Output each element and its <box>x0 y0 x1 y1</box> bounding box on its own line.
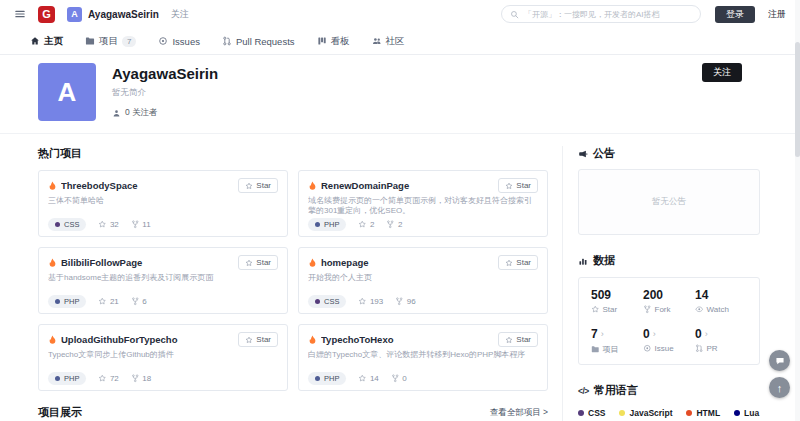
star-count[interactable]: 21 <box>98 297 118 306</box>
tab-community[interactable]: 社区 <box>372 35 405 48</box>
gitee-logo[interactable]: G <box>38 6 55 23</box>
fork-count[interactable]: 18 <box>131 374 151 383</box>
search-input[interactable] <box>524 10 692 19</box>
fork-count[interactable]: 96 <box>395 297 415 306</box>
fork-count[interactable]: 11 <box>131 220 151 229</box>
header-username[interactable]: AyagawaSeirin <box>88 9 159 20</box>
star-button[interactable]: Star <box>238 178 278 193</box>
star-button-label: Star <box>516 181 531 190</box>
gitee-profile-page: G A AyagawaSeirin 关注 登录 注册 主页 项目 7 Issue… <box>0 0 800 421</box>
followers-row[interactable]: 0 关注者 <box>112 107 218 119</box>
fork-icon <box>131 374 140 383</box>
project-name[interactable]: ThreebodySpace <box>61 180 234 191</box>
star-icon <box>98 220 107 229</box>
project-card[interactable]: UploadGithubForTypecho Star Typecho文章同步上… <box>38 324 288 391</box>
hamburger-menu-icon[interactable] <box>14 8 26 20</box>
stat-label: Issue <box>655 344 674 353</box>
followers-count: 0 关注者 <box>125 107 158 119</box>
project-card[interactable]: ThreebodySpace Star 三体不简单哈哈 CSS <box>38 170 288 237</box>
tab-issues[interactable]: Issues <box>158 36 199 47</box>
language-name: CSS <box>588 408 605 418</box>
fork-count[interactable]: 2 <box>386 220 402 229</box>
language-name: CSS <box>324 297 339 306</box>
chat-icon <box>775 356 785 366</box>
project-card[interactable]: RenewDomainPage Star 域名续费提示页的一个简单页面示例，对访… <box>298 170 548 237</box>
project-description: 域名续费提示页的一个简单页面示例，对访客友好且符合搜索引擎的301重定向，优化S… <box>308 196 538 216</box>
star-count[interactable]: 2 <box>358 220 374 229</box>
fork-count[interactable]: 6 <box>131 297 147 306</box>
stat-pr[interactable]: 0 › PR <box>695 327 747 355</box>
language-item[interactable]: HTML <box>686 408 720 418</box>
login-button[interactable]: 登录 <box>715 6 755 23</box>
stat-label: 项目 <box>603 344 619 355</box>
profile-nav: 主页 项目 7 Issues Pull Requests 看板 社区 <box>0 28 800 55</box>
stat-watch[interactable]: 14 Watch <box>695 288 747 314</box>
project-name[interactable]: TypechoToHexo <box>321 334 494 345</box>
star-button[interactable]: Star <box>498 178 538 193</box>
stat-label: Watch <box>707 305 729 314</box>
tab-home[interactable]: 主页 <box>30 35 63 48</box>
language-dot <box>315 376 320 381</box>
register-link[interactable]: 注册 <box>768 8 786 21</box>
scrollbar-thumb[interactable] <box>795 42 800 157</box>
project-description: 基于handsome主题的追番列表及订阅展示页面 <box>48 273 278 293</box>
profile-avatar[interactable]: A <box>38 63 96 121</box>
language-badge: CSS <box>308 295 346 308</box>
star-button[interactable]: Star <box>238 332 278 347</box>
fork-count[interactable]: 0 <box>391 374 407 383</box>
community-icon <box>372 36 382 46</box>
stat-star[interactable]: 509 Star <box>591 288 643 314</box>
project-name[interactable]: BilibiliFollowPage <box>61 257 234 268</box>
profile-info: AyagawaSeirin 暂无简介 0 关注者 <box>112 63 218 121</box>
language-item[interactable]: CSS <box>578 408 605 418</box>
scrollbar-track[interactable] <box>795 0 800 421</box>
tab-projects[interactable]: 项目 7 <box>85 35 136 48</box>
project-card[interactable]: BilibiliFollowPage Star 基于handsome主题的追番列… <box>38 247 288 314</box>
stat-fork[interactable]: 200 Fork <box>643 288 695 314</box>
star-icon <box>245 336 253 344</box>
star-count[interactable]: 72 <box>98 374 118 383</box>
back-to-top-button[interactable]: ↑ <box>769 377 790 398</box>
star-button[interactable]: Star <box>498 332 538 347</box>
star-icon <box>245 259 253 267</box>
popular-projects-section: 热门项目 ThreebodySpace Star 三体不简单哈哈 <box>38 146 548 421</box>
feedback-button[interactable] <box>769 350 790 371</box>
view-all-projects-link[interactable]: 查看全部项目 > <box>490 407 548 419</box>
language-dot <box>315 299 320 304</box>
project-card[interactable]: TypechoToHexo Star 白嫖的Typecho文章、评论数据并转移到… <box>298 324 548 391</box>
stat-value: 0 <box>695 327 702 341</box>
project-name[interactable]: homepage <box>321 257 494 268</box>
stat-projects[interactable]: 7 › 项目 <box>591 327 643 355</box>
star-button[interactable]: Star <box>498 255 538 270</box>
follow-button[interactable]: 关注 <box>702 63 742 82</box>
language-badge: PHP <box>48 295 86 308</box>
star-count[interactable]: 14 <box>358 374 378 383</box>
language-item[interactable]: Lua <box>734 408 759 418</box>
search-box[interactable] <box>501 5 701 23</box>
star-button-label: Star <box>516 335 531 344</box>
star-icon <box>505 336 513 344</box>
board-icon <box>317 36 327 46</box>
language-dot <box>55 222 60 227</box>
star-button[interactable]: Star <box>238 255 278 270</box>
star-count[interactable]: 193 <box>358 297 383 306</box>
project-name[interactable]: UploadGithubForTypecho <box>61 334 234 345</box>
tab-pull-requests[interactable]: Pull Requests <box>222 36 295 47</box>
user-avatar-mini[interactable]: A <box>67 7 82 22</box>
tab-community-label: 社区 <box>386 35 405 48</box>
project-card[interactable]: homepage Star 开始我的个人主页 CSS <box>298 247 548 314</box>
stat-value: 509 <box>591 288 611 302</box>
folder-icon <box>591 345 600 354</box>
tab-pull-requests-label: Pull Requests <box>236 36 295 47</box>
language-item[interactable]: JavaScript <box>619 408 672 418</box>
tab-board[interactable]: 看板 <box>317 35 350 48</box>
stat-issue[interactable]: 0 › Issue <box>643 327 695 355</box>
project-name[interactable]: RenewDomainPage <box>321 180 494 191</box>
languages-title: 常用语言 <box>594 383 638 398</box>
header-follow-link[interactable]: 关注 <box>171 8 189 21</box>
language-name: CSS <box>64 220 79 229</box>
star-count[interactable]: 32 <box>98 220 118 229</box>
flame-icon <box>48 258 57 267</box>
main-content: 热门项目 ThreebodySpace Star 三体不简单哈哈 <box>0 134 800 421</box>
chevron-right-icon: › <box>601 329 604 339</box>
